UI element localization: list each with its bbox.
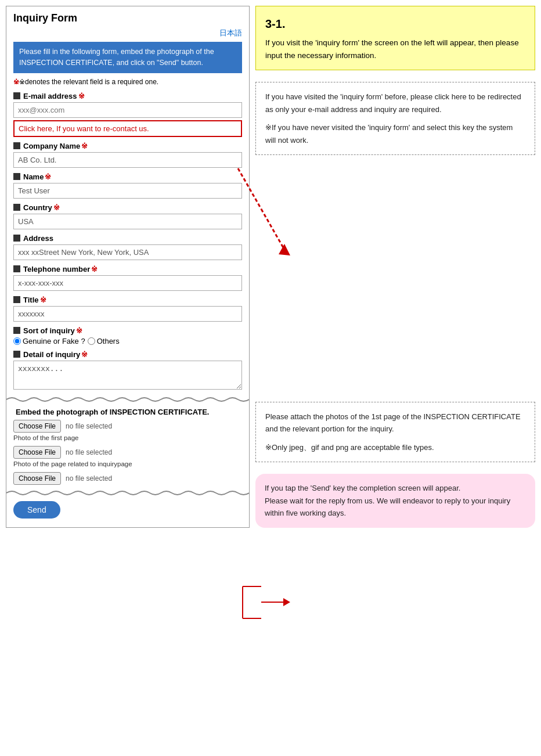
required-star: ※	[13, 78, 19, 86]
recontact-dashed-box: If you have visited the 'inquiry form' b…	[255, 82, 535, 155]
choose-file-button-1[interactable]: Choose File	[13, 420, 61, 433]
choose-file-button-2[interactable]: Choose File	[13, 446, 61, 459]
title-input[interactable]	[13, 306, 242, 322]
yellow-info-box: 3-1. If you visit the 'inquiry form' the…	[255, 6, 535, 70]
square-icon8	[13, 327, 20, 334]
title-label: Title ※	[13, 296, 242, 304]
sort-field-group: Sort of inquiry ※ Genuine or Fake ? Othe…	[13, 326, 242, 345]
country-field-group: Country ※	[13, 203, 242, 229]
detail-label: Detail of inquiry ※	[13, 350, 242, 359]
attach-text: Please attach the photos of the 1st page…	[265, 411, 525, 435]
country-input[interactable]	[13, 214, 242, 229]
required-note: ※※denotes the relevant field is a requir…	[13, 78, 242, 86]
country-label: Country ※	[13, 203, 242, 212]
form-title: Inquiry Form	[13, 12, 242, 24]
no-file-text-1: no file selected	[66, 422, 112, 430]
company-field-group: Company Name ※	[13, 142, 242, 168]
right-panel: 3-1. If you visit the 'inquiry form' the…	[255, 6, 535, 528]
yellow-box-text: If you visit the 'inquiry form' the scre…	[265, 37, 525, 62]
square-icon6	[13, 265, 20, 272]
wavy-separator	[6, 396, 249, 403]
choose-file-button-3[interactable]: Choose File	[13, 472, 61, 485]
dashed-box-text: If you have visited the 'inquiry form' b…	[265, 91, 525, 116]
square-icon4	[13, 204, 20, 211]
square-icon5	[13, 235, 20, 242]
pink-info-box: If you tap the 'Send' key the completion…	[255, 474, 535, 527]
file-upload-row-3: Choose File no file selected	[13, 472, 242, 485]
email-field-group: E-mail address ※ Click here, If you want…	[13, 92, 242, 137]
embed-section-title: Embed the photograph of INSPECTION CERTI…	[13, 408, 242, 416]
email-label: E-mail address ※	[13, 92, 242, 100]
radio-genuine-input[interactable]	[13, 337, 21, 345]
telephone-input[interactable]	[13, 275, 242, 291]
square-icon	[13, 92, 20, 99]
attach-dashed-box: Please attach the photos of the 1st page…	[255, 402, 535, 462]
square-icon3	[13, 173, 20, 180]
sort-options: Genuine or Fake ? Others	[13, 337, 242, 345]
recontact-link[interactable]: Click here, If you want to re-contact us…	[13, 120, 242, 137]
detail-textarea[interactable]: xxxxxxx...	[13, 361, 242, 390]
pink-box-text: If you tap the 'Send' key the completion…	[265, 482, 526, 519]
send-button[interactable]: Send	[13, 501, 60, 519]
square-icon7	[13, 296, 20, 303]
wavy-separator-bottom	[6, 489, 249, 496]
file-upload-row-1: Choose File no file selected	[13, 420, 242, 433]
dashed-box-note: ※If you have never visited the 'inquiry …	[265, 121, 525, 146]
company-label: Company Name ※	[13, 142, 242, 150]
telephone-label: Telephone number ※	[13, 265, 242, 273]
radio-others[interactable]: Others	[88, 337, 120, 345]
name-label: Name ※	[13, 172, 242, 181]
no-file-text-3: no file selected	[66, 474, 112, 483]
name-input[interactable]	[13, 183, 242, 199]
sort-label: Sort of inquiry ※	[13, 326, 242, 335]
inquiry-form-panel: Inquiry Form 日本語 Please fill in the foll…	[6, 6, 250, 528]
square-icon2	[13, 142, 20, 149]
name-field-group: Name ※	[13, 172, 242, 199]
attach-note: ※Only jpeg、gif and png are acceptable fi…	[265, 441, 525, 453]
no-file-text-2: no file selected	[66, 448, 112, 456]
radio-others-input[interactable]	[88, 337, 95, 345]
file-caption-2: Photo of the page related to inquirypage	[13, 460, 242, 467]
telephone-field-group: Telephone number ※	[13, 265, 242, 291]
company-input[interactable]	[13, 152, 242, 168]
yellow-box-title: 3-1.	[265, 15, 525, 33]
file-caption-1: Photo of the first page	[13, 434, 242, 441]
spacer	[255, 167, 535, 390]
language-link[interactable]: 日本語	[13, 28, 242, 38]
address-input[interactable]	[13, 244, 242, 260]
detail-field-group: Detail of inquiry ※ xxxxxxx...	[13, 350, 242, 391]
radio-genuine[interactable]: Genuine or Fake ?	[13, 337, 85, 345]
svg-marker-7	[283, 598, 290, 606]
info-banner: Please fill in the following form, embed…	[13, 42, 242, 73]
title-field-group: Title ※	[13, 296, 242, 322]
square-icon9	[13, 351, 20, 358]
email-input[interactable]	[13, 102, 242, 118]
file-upload-row-2: Choose File no file selected	[13, 446, 242, 459]
address-field-group: Address	[13, 234, 242, 260]
address-label: Address	[13, 234, 242, 243]
